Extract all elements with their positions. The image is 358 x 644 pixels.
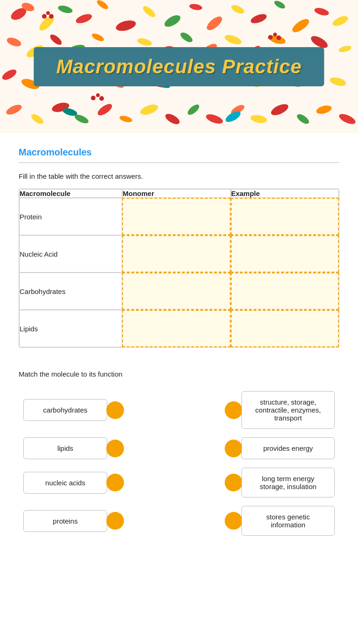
match-left-3: nucleic acids <box>23 472 124 494</box>
page-title-band: Macromolecules Practice <box>34 47 324 86</box>
svg-point-12 <box>249 12 268 25</box>
match-right-1: structure, storage, contractile, enzymes… <box>225 391 335 429</box>
matching-container: carbohydrates structure, storage, contra… <box>19 391 339 536</box>
match-dot-right-2[interactable] <box>225 440 242 457</box>
svg-point-4 <box>75 12 93 25</box>
svg-point-23 <box>137 37 153 47</box>
match-dot-right-3[interactable] <box>225 474 242 491</box>
match-label-nucleicacids: nucleic acids <box>23 472 107 494</box>
svg-point-15 <box>314 7 330 17</box>
match-value-1: structure, storage, contractile, enzymes… <box>241 391 335 429</box>
match-value-2: provides energy <box>241 437 335 459</box>
cell-carbohydrates-label: Carbohydrates <box>19 273 122 310</box>
cell-protein-monomer[interactable] <box>122 198 230 235</box>
match-dot-left-3[interactable] <box>106 474 124 491</box>
match-dot-right-4[interactable] <box>225 512 242 530</box>
col-header-macromolecule: Macromolecule <box>19 189 122 198</box>
svg-point-69 <box>273 33 277 36</box>
table-row: Protein <box>19 198 339 235</box>
match-row-2: lipids provides energy <box>23 437 335 459</box>
col-header-monomer: Monomer <box>122 189 230 198</box>
svg-point-14 <box>290 17 311 35</box>
svg-point-71 <box>91 96 96 100</box>
svg-point-50 <box>30 112 45 126</box>
header: Macromolecules Practice <box>0 0 358 133</box>
match-label-lipids: lipids <box>23 437 107 459</box>
svg-point-32 <box>338 45 352 54</box>
match-dot-left-2[interactable] <box>106 440 124 457</box>
svg-point-72 <box>96 93 100 97</box>
table-header-row: Macromolecule Monomer Example <box>19 189 339 198</box>
section-divider <box>19 162 339 163</box>
svg-point-61 <box>269 102 290 117</box>
match-right-4: stores genetic information <box>225 506 335 536</box>
match-right-3: long term energy storage, insulation <box>225 468 335 497</box>
match-value-3: long term energy storage, insulation <box>241 468 335 497</box>
match-value-4: stores genetic information <box>241 506 335 536</box>
svg-point-27 <box>223 33 242 46</box>
svg-point-8 <box>163 13 182 29</box>
svg-point-65 <box>42 14 47 19</box>
cell-nucleicacid-label: Nucleic Acid <box>19 235 122 273</box>
svg-point-3 <box>57 4 74 14</box>
svg-point-21 <box>91 32 105 43</box>
svg-point-55 <box>139 103 159 117</box>
svg-point-62 <box>296 112 311 126</box>
svg-point-5 <box>96 0 110 11</box>
svg-point-49 <box>5 103 23 117</box>
cell-carbohydrates-example[interactable] <box>231 273 339 310</box>
cell-lipids-example[interactable] <box>231 310 339 347</box>
match-label-carbohydrates: carbohydrates <box>23 399 107 421</box>
match-dot-left-4[interactable] <box>106 512 124 530</box>
match-left-1: carbohydrates <box>23 399 124 421</box>
match-dot-left-1[interactable] <box>106 401 124 419</box>
col-header-example: Example <box>231 189 339 198</box>
svg-point-68 <box>268 35 273 40</box>
table-row: Nucleic Acid <box>19 235 339 273</box>
svg-point-73 <box>99 96 104 101</box>
svg-point-53 <box>96 102 114 118</box>
cell-protein-label: Protein <box>19 198 122 235</box>
table-instruction: Fill in the table with the correct answe… <box>19 172 339 180</box>
match-label-proteins: proteins <box>23 510 107 532</box>
match-row-1: carbohydrates structure, storage, contra… <box>23 391 335 429</box>
section-title: Macromolecules <box>19 147 339 158</box>
svg-point-16 <box>331 14 349 28</box>
match-dot-right-1[interactable] <box>225 401 242 419</box>
table-row: Carbohydrates <box>19 273 339 310</box>
svg-point-33 <box>0 68 18 82</box>
cell-nucleicacid-example[interactable] <box>231 235 339 273</box>
svg-point-19 <box>48 33 63 47</box>
svg-point-67 <box>49 14 54 19</box>
match-right-2: provides energy <box>225 437 335 459</box>
svg-point-9 <box>189 3 203 11</box>
svg-point-66 <box>46 11 50 15</box>
svg-point-54 <box>119 115 133 124</box>
svg-point-7 <box>141 4 157 19</box>
match-row-4: proteins stores genetic information <box>23 506 335 536</box>
svg-point-6 <box>115 19 137 33</box>
cell-nucleicacid-monomer[interactable] <box>122 235 230 273</box>
svg-point-13 <box>273 0 287 10</box>
svg-point-56 <box>164 112 181 126</box>
svg-point-60 <box>250 114 268 124</box>
match-left-4: proteins <box>23 510 124 532</box>
svg-point-10 <box>205 14 224 33</box>
match-left-2: lipids <box>23 437 124 459</box>
cell-lipids-label: Lipids <box>19 310 122 347</box>
cell-protein-example[interactable] <box>231 198 339 235</box>
cell-lipids-monomer[interactable] <box>122 310 230 347</box>
page-title: Macromolecules Practice <box>56 56 302 78</box>
cell-carbohydrates-monomer[interactable] <box>122 273 230 310</box>
macromolecules-table: Macromolecule Monomer Example Protein Nu… <box>19 189 339 348</box>
svg-point-48 <box>329 76 347 88</box>
svg-point-11 <box>230 3 245 15</box>
match-row-3: nucleic acids long term energy storage, … <box>23 468 335 497</box>
main-content: Macromolecules Fill in the table with th… <box>0 133 358 644</box>
svg-point-17 <box>6 36 22 48</box>
svg-point-57 <box>186 103 201 117</box>
match-instruction: Match the molecule to its function <box>19 370 339 378</box>
svg-point-63 <box>316 104 333 115</box>
svg-point-64 <box>337 112 357 126</box>
svg-point-58 <box>205 112 224 126</box>
